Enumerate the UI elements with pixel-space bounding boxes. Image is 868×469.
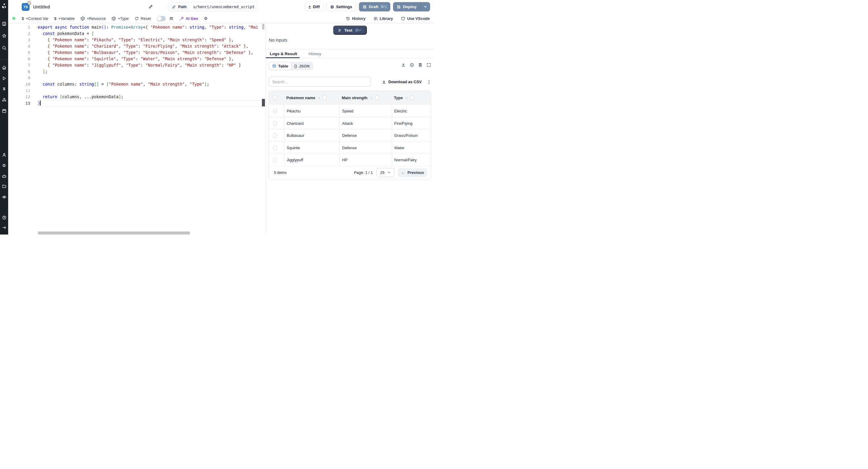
code-line[interactable]: { "Pokemon name": "Bulbasaur", "Type": "… (38, 50, 266, 56)
tab-history[interactable]: History (309, 52, 321, 56)
deploy-dropdown-button[interactable] (420, 2, 430, 11)
vertical-scrollbar-thumb[interactable] (262, 24, 264, 30)
clipboard-copy-icon[interactable] (418, 63, 423, 67)
sidebar-item-robot-icon[interactable] (0, 174, 8, 179)
sidebar-item-arrow-right-icon[interactable] (0, 225, 8, 230)
ai-gen-button[interactable]: AI Gen (179, 16, 198, 21)
view-table-option[interactable]: Table (269, 62, 291, 70)
use-vscode-button[interactable]: Use VScode (401, 16, 430, 21)
code-editor[interactable]: 12345678910111213 export async function … (8, 24, 266, 234)
items-count: 5 items (274, 170, 287, 175)
cell-type: Grass/Poison (392, 130, 431, 142)
row-checkbox[interactable] (273, 146, 277, 150)
cell-pokemon-name: Jigglypuff (284, 154, 339, 166)
code-line[interactable] (38, 75, 266, 81)
status-dot (12, 17, 16, 20)
column-header-type[interactable]: Type ↕ (392, 96, 431, 100)
sort-icon[interactable]: ↕ (406, 96, 407, 100)
settings-button[interactable]: ⚙ Settings (327, 2, 356, 11)
download-icon (382, 80, 386, 84)
sidebar-item-calendar-icon[interactable] (0, 108, 8, 113)
test-button[interactable]: Test ⌘↵ (333, 26, 367, 35)
code-line[interactable]: { "Pokemon name": "Jigglypuff", "Type": … (38, 62, 266, 68)
sort-icon[interactable]: ↕ (318, 96, 320, 100)
code-line[interactable]: } (38, 100, 266, 106)
code-line[interactable]: const columns: string[] = ["Pokemon name… (38, 81, 266, 87)
code-line[interactable]: export async function main(): Promise<Ar… (38, 24, 266, 30)
library-button[interactable]: Library (373, 16, 393, 21)
deploy-button[interactable]: Deploy (393, 2, 420, 11)
code-line[interactable]: ]; (38, 68, 266, 75)
sidebar-item-home-icon[interactable] (0, 65, 8, 70)
sidebar-item-magnifier-icon[interactable] (0, 45, 8, 50)
info-icon[interactable] (410, 63, 414, 67)
column-checkbox[interactable] (410, 96, 414, 100)
column-header-pokemon-name[interactable]: Pokemon name ↕ (284, 96, 339, 100)
add-variable-label: +Variable (58, 16, 74, 21)
sidebar-item-building-icon[interactable] (0, 22, 8, 26)
search-input[interactable] (269, 77, 371, 87)
add-variable-button[interactable]: $ +Variable (54, 16, 75, 21)
table-row[interactable]: CharizardAttackFire/Flying (269, 117, 431, 130)
draft-button[interactable]: Draft ⌘S (359, 2, 390, 11)
horizontal-scrollbar-thumb[interactable] (38, 231, 190, 234)
table-row[interactable]: BulbasaurDefenseGrass/Poison (269, 129, 431, 142)
sidebar-item-play-icon[interactable] (0, 76, 8, 81)
reset-button[interactable]: Reset (134, 16, 151, 21)
windmill-logo-icon[interactable] (0, 3, 8, 9)
download-csv-button[interactable]: Download as CSV (382, 80, 422, 84)
row-checkbox[interactable] (273, 109, 277, 113)
table-row[interactable]: JigglypuffHPNormal/Fairy (269, 154, 431, 166)
sidebar-item-gear-icon[interactable]: ⚙ (0, 163, 8, 168)
line-number: 10 (8, 81, 30, 87)
download-icon[interactable] (401, 63, 406, 67)
code-line[interactable]: { "Pokemon name": "Squirtle", "Type": "W… (38, 56, 266, 62)
arrow-left-icon: ← (401, 170, 405, 175)
code-line[interactable]: return [columns, ...pokemonData]; (38, 94, 266, 100)
row-checkbox[interactable] (273, 133, 277, 138)
tab-logs-result[interactable]: Logs & Result (270, 52, 297, 56)
add-type-button[interactable]: +Type (112, 16, 129, 21)
code-line[interactable]: { "Pokemon name": "Charizard", "Type": "… (38, 43, 266, 50)
sidebar-item-star-icon[interactable] (0, 33, 8, 38)
collab-toggle[interactable] (157, 16, 166, 21)
select-all-checkbox[interactable] (273, 96, 277, 100)
cell-main-strength: HP (339, 154, 392, 166)
path-button[interactable]: Path u/henri/unencumbered_script (168, 2, 258, 11)
sidebar-item-dollar-icon[interactable]: $ (0, 87, 8, 91)
edit-title-pencil-icon[interactable] (148, 4, 153, 10)
typescript-badge[interactable]: TS (22, 3, 30, 11)
code-line[interactable] (38, 87, 266, 94)
previous-page-button[interactable]: ← Previous (398, 168, 427, 177)
cell-main-strength: Defense (339, 142, 392, 154)
sidebar-item-eye-icon[interactable] (0, 195, 8, 199)
code-line[interactable]: const pokemonData = [ (38, 30, 266, 37)
history-button[interactable]: History (346, 16, 366, 21)
sidebar-item-user-icon[interactable] (0, 153, 8, 157)
sort-icon[interactable]: ↕ (370, 96, 372, 100)
editor-settings-button[interactable]: ⚙ (204, 16, 208, 21)
add-context-var-button[interactable]: $ +Context Var (22, 16, 49, 21)
diff-button[interactable]: ± Diff (305, 2, 324, 11)
row-checkbox[interactable] (273, 158, 277, 162)
add-resource-label: +Resource (87, 16, 106, 21)
cell-pokemon-name: Charizard (284, 118, 339, 130)
kebab-menu-icon[interactable]: ⋮ (427, 79, 431, 85)
table-row[interactable]: PikachuSpeedElectric (269, 105, 431, 117)
column-header-main-strength[interactable]: Main strength ↕ (339, 96, 392, 100)
result-panel: Test ⌘↵ No inputs Logs & Result History … (266, 24, 434, 234)
row-checkbox[interactable] (273, 121, 277, 126)
view-json-option[interactable]: {} JSON (291, 62, 313, 70)
expand-icon[interactable] (427, 63, 431, 67)
sidebar-item-folder-icon[interactable] (0, 184, 8, 189)
code-line[interactable]: { "Pokemon name": "Pikachu", "Type": "El… (38, 37, 266, 43)
sidebar-item-cubes-icon[interactable] (0, 98, 8, 102)
egg-face-emoji-icon (27, 1, 31, 6)
collaborators-icon[interactable] (169, 16, 174, 21)
page-size-select[interactable]: 25 (376, 168, 395, 177)
add-resource-button[interactable]: +Resource (81, 16, 106, 21)
column-checkbox[interactable] (375, 96, 379, 100)
table-row[interactable]: SquirtleDefenseWater (269, 142, 431, 154)
sidebar-item-help-icon[interactable] (0, 215, 8, 220)
column-checkbox[interactable] (323, 96, 327, 100)
